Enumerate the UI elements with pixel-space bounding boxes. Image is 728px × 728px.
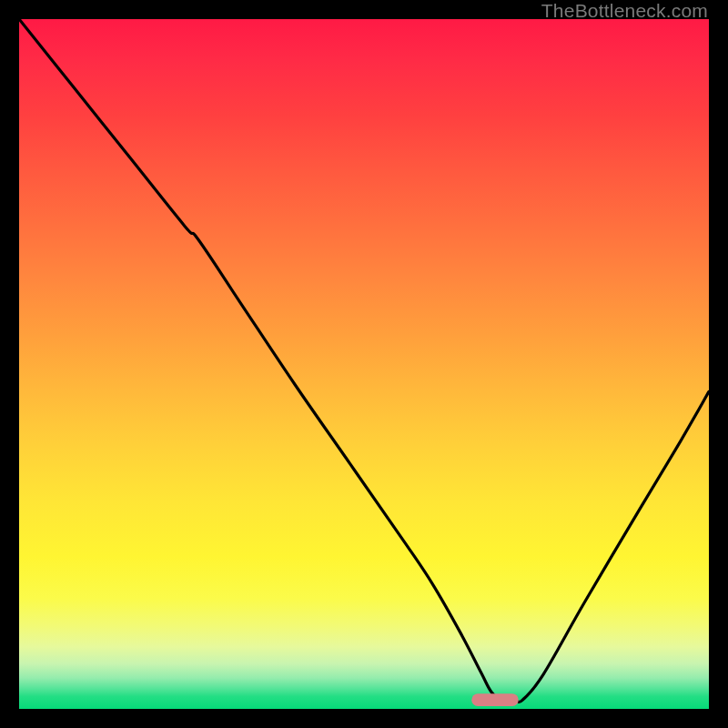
- bottleneck-curve: [19, 19, 709, 703]
- curve-layer: [19, 19, 709, 709]
- plot-area: [19, 19, 709, 709]
- watermark-text: TheBottleneck.com: [541, 0, 708, 22]
- svg-rect-0: [471, 693, 519, 706]
- chart-frame: TheBottleneck.com: [0, 0, 728, 728]
- optimum-marker: [471, 693, 519, 706]
